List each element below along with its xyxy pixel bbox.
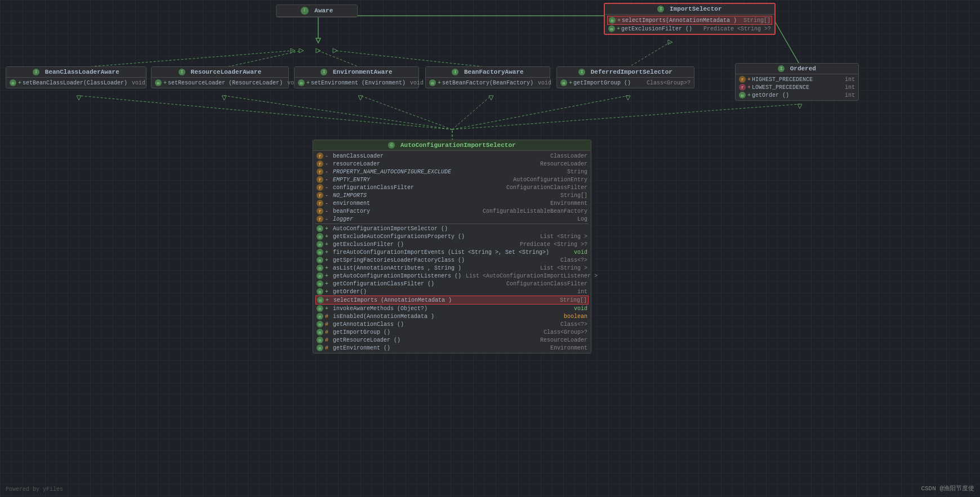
rla-title: ResourceLoaderAware [191, 69, 261, 75]
svg-line-8 [224, 51, 301, 68]
method-icon: m [317, 329, 323, 335]
method-icon: m [317, 344, 323, 351]
method-icon: m [609, 17, 616, 24]
diagram-canvas: I Aware I ImportSelector m + selectImpor… [0, 0, 980, 497]
svg-line-14 [628, 42, 670, 68]
field-icon: f [739, 84, 746, 91]
bean-factory-aware-node[interactable]: I BeanFactoryAware m + setBeanFactory(Be… [425, 66, 550, 88]
deferred-import-selector-node[interactable]: I DeferredImportSelector m + getImportGr… [556, 66, 694, 88]
no-imports-field: f - NO_IMPORTS String[] [315, 191, 589, 199]
svg-marker-7 [291, 48, 295, 53]
as-list-method: m + asList(AnnotationAttributes , String… [315, 264, 589, 272]
method-icon: m [317, 265, 323, 271]
method-icon: m [317, 313, 323, 320]
select-imports-method-main: m + selectImports (AnnotationMetadata ) … [315, 295, 589, 305]
dis-title: DeferredImportSelector [591, 69, 672, 75]
set-bean-class-loader-method: m + setBeanClassLoader(ClassLoader) void [8, 79, 144, 87]
get-spring-factories-method: m + getSpringFactoriesLoaderFactoryClass… [315, 256, 589, 264]
bean-class-loader-field: f - beanClassLoader ClassLoader [315, 152, 589, 160]
environment-aware-node[interactable]: I EnvironmentAware m + setEnvironment (E… [294, 66, 419, 88]
method-icon: m [317, 288, 323, 295]
svg-marker-28 [798, 104, 802, 109]
logger-field: f - logger Log [315, 215, 589, 223]
field-icon: f [317, 153, 323, 159]
import-selector-node[interactable]: I ImportSelector m + selectImports(Annot… [604, 3, 776, 35]
set-resource-loader-method: m + setResourceLoader (ResourceLoader) v… [154, 79, 286, 87]
bcla-title: BeanClassLoaderAware [45, 69, 119, 75]
bean-class-loader-aware-node[interactable]: I BeanClassLoaderAware m + setBeanClassL… [6, 66, 146, 88]
svg-marker-15 [668, 40, 672, 44]
get-import-group-method: m + getImportGroup () Class<Group>? [559, 79, 692, 87]
bfa-title: BeanFactoryAware [464, 69, 524, 75]
svg-line-12 [335, 51, 491, 68]
svg-line-21 [452, 96, 628, 129]
svg-marker-24 [222, 96, 226, 100]
field-icon: f [739, 76, 746, 83]
svg-marker-25 [358, 96, 363, 100]
svg-marker-26 [489, 96, 493, 100]
field-icon: f [317, 176, 323, 183]
lowest-precedence-field: f + LOWEST_PRECEDENCE int [738, 83, 856, 91]
aware-node[interactable]: I Aware [276, 5, 358, 17]
aware-title: Aware [314, 7, 333, 14]
invoke-aware-methods-method: m + invokeAwareMethods (Object?) void [315, 305, 589, 312]
footer-right: CSDN @渔阳节度使 [921, 484, 974, 492]
method-icon: m [10, 79, 16, 86]
field-icon: f [317, 192, 323, 199]
method-icon: m [608, 25, 615, 32]
svg-line-22 [452, 104, 800, 129]
ordered-title: Ordered [790, 65, 816, 72]
method-icon: m [317, 321, 323, 328]
resource-loader-aware-node[interactable]: I ResourceLoaderAware m + setResourceLoa… [151, 66, 289, 88]
method-icon: m [317, 272, 323, 279]
svg-line-6 [79, 51, 293, 68]
bean-factory-field: f - beanFactory ConfigurableListableBean… [315, 207, 589, 215]
config-class-filter-field: f - configurationClassFilter Configurati… [315, 183, 589, 191]
get-exclusion-filter-method-2: m + getExclusionFilter () Predicate <Str… [315, 240, 589, 248]
get-config-class-filter-method: m + getConfigurationClassFilter () Confi… [315, 280, 589, 288]
field-icon: f [317, 200, 323, 207]
method-icon: m [298, 79, 305, 86]
property-name-field: f - PROPERTY_NAME_AUTOCONFIGURE_EXCLUDE … [315, 168, 589, 176]
method-icon: m [560, 79, 567, 86]
svg-marker-9 [299, 48, 304, 53]
svg-marker-11 [316, 48, 320, 53]
resource-loader-field: f - resourceLoader ResourceLoader [315, 160, 589, 168]
method-icon: m [317, 337, 323, 343]
svg-line-17 [79, 96, 452, 129]
method-icon: m [429, 79, 436, 86]
select-imports-method-highlighted: m + selectImports(AnnotationMetadata ) S… [607, 16, 772, 25]
get-order-method: m + getOrder () int [738, 91, 856, 99]
get-annotation-class-method: m # getAnnotationClass () Class<?> [315, 320, 589, 328]
fire-events-method: m + fireAutoConfigurationImportEvents (L… [315, 248, 589, 256]
is-enabled-method: m # isEnabled(AnnotationMetadata ) boole… [315, 312, 589, 320]
get-environment-method: m # getEnvironment () Environment [315, 344, 589, 352]
svg-line-20 [452, 96, 491, 129]
get-exclusion-filter-method: m + getExclusionFilter () Predicate <Str… [607, 25, 772, 33]
svg-marker-23 [77, 96, 81, 100]
svg-line-18 [224, 96, 452, 129]
highest-precedence-field: f + HIGHEST_PRECEDENCE int [738, 75, 856, 83]
ordered-node[interactable]: I Ordered f + HIGHEST_PRECEDENCE int f +… [735, 63, 859, 101]
footer-left: Powered by yFiles [6, 486, 63, 492]
svg-line-4 [772, 16, 800, 65]
ea-title: EnvironmentAware [333, 69, 393, 75]
constructor-method: m + AutoConfigurationImportSelector () [315, 225, 589, 232]
method-icon: m [155, 79, 162, 86]
method-icon: m [317, 280, 323, 287]
environment-field: f - environment Environment [315, 199, 589, 207]
field-icon: f [317, 184, 323, 191]
acis-title: AutoConfigurationImportSelector [400, 142, 516, 149]
get-resource-loader-method: m # getResourceLoader () ResourceLoader [315, 336, 589, 344]
method-icon: m [317, 233, 323, 240]
get-order-method-2: m + getOrder() int [315, 288, 589, 295]
import-selector-title: ImportSelector [670, 6, 721, 12]
set-environment-method: m + setEnvironment (Environment) void [297, 79, 416, 87]
auto-config-import-selector-node[interactable]: C AutoConfigurationImportSelector f - be… [313, 140, 591, 353]
get-import-group-method-2: m # getImportGroup () Class<Group>? [315, 328, 589, 336]
get-exclude-auto-configs-method: m + getExcludeAutoConfigurationsProperty… [315, 232, 589, 240]
set-bean-factory-method: m + setBeanFactory(BeanFactory) void [428, 79, 547, 87]
method-icon: m [317, 305, 323, 312]
field-icon: f [317, 216, 323, 222]
method-icon: m [317, 257, 323, 263]
